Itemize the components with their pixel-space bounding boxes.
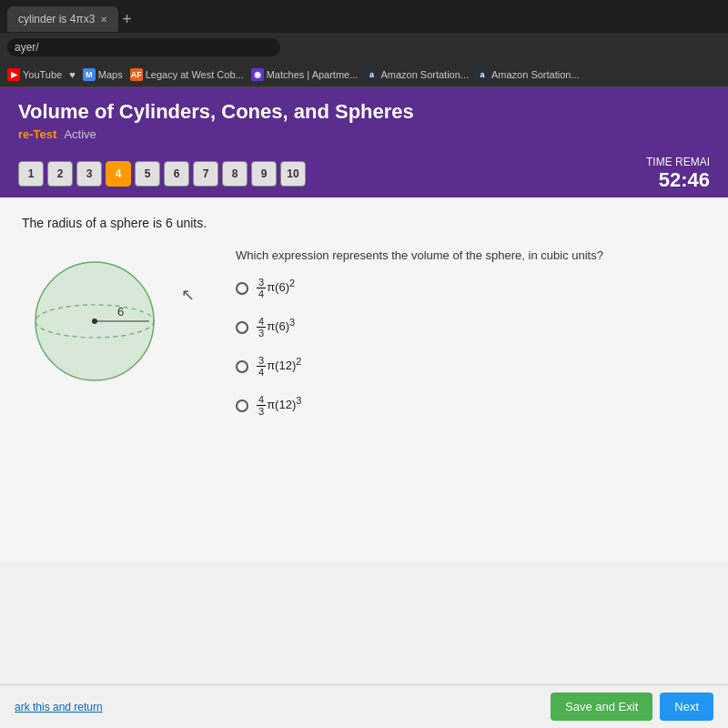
bottom-buttons: Save and Exit Next (551, 693, 713, 721)
frac-3-4-a: 34 (257, 277, 266, 299)
q-btn-2[interactable]: 2 (47, 161, 73, 187)
q-btn-8[interactable]: 8 (222, 161, 248, 187)
bookmark-amazon2[interactable]: a Amazon Sortation... (476, 68, 580, 81)
q-btn-4[interactable]: 4 (106, 161, 131, 187)
time-value: 52:46 (646, 168, 710, 192)
choice-a-text: 34π(6)2 (256, 277, 295, 299)
time-remaining-label: TIME REMAI (646, 156, 710, 168)
radio-a[interactable] (236, 282, 248, 295)
choice-b[interactable]: 43π(6)3 (236, 316, 706, 339)
q-btn-6[interactable]: 6 (164, 161, 189, 187)
bookmark-af[interactable]: AF Legacy at West Cob... (130, 68, 244, 81)
amazon1-favicon: a (365, 68, 378, 81)
question-nav: 1 2 3 4 5 6 7 8 9 10 TIME REMAI 52:46 (0, 150, 728, 197)
choice-c[interactable]: 34π(12)2 (236, 355, 706, 378)
choice-c-text: 34π(12)2 (256, 355, 301, 378)
radio-c[interactable] (236, 360, 248, 373)
choice-a[interactable]: 34π(6)2 (236, 277, 706, 299)
save-exit-button[interactable]: Save and Exit (551, 693, 652, 721)
bookmark-amazon1[interactable]: a Amazon Sortation... (365, 68, 469, 81)
bookmark-af-label: Legacy at West Cob... (146, 69, 244, 80)
question-body: 6 ↖ Which expression represents the volu… (22, 248, 706, 433)
q-btn-3[interactable]: 3 (76, 161, 102, 187)
amazon2-favicon: a (476, 68, 489, 81)
active-tab[interactable]: cylinder is 4πx3 ✕ (7, 6, 118, 32)
next-button[interactable]: Next (660, 693, 713, 721)
question-numbers: 1 2 3 4 5 6 7 8 9 10 (18, 161, 306, 187)
q-btn-1[interactable]: 1 (18, 161, 44, 187)
tab-bar: cylinder is 4πx3 ✕ + (0, 0, 728, 33)
new-tab-icon[interactable]: + (122, 10, 132, 29)
frac-4-3-b: 43 (257, 316, 266, 339)
bookmark-amazon1-label: Amazon Sortation... (380, 69, 469, 80)
question-area: The radius of a sphere is 6 units. 6 (0, 197, 728, 561)
matches-favicon: ◉ (251, 68, 264, 81)
bookmark-matches[interactable]: ◉ Matches | Apartme... (251, 68, 359, 81)
address-input[interactable] (7, 38, 280, 56)
answer-prompt: Which expression represents the volume o… (236, 248, 706, 262)
radio-b[interactable] (236, 321, 248, 334)
page-content: Volume of Cylinders, Cones, and Spheres … (0, 87, 728, 728)
browser-chrome: cylinder is 4πx3 ✕ + ▶ YouTube ♥ M Maps … (0, 0, 728, 87)
timer-area: TIME REMAI 52:46 (646, 156, 710, 192)
bookmark-amazon2-label: Amazon Sortation... (491, 69, 580, 80)
bookmark-matches-label: Matches | Apartme... (267, 69, 359, 80)
pre-test-label: re-Test (18, 127, 56, 141)
youtube-favicon: ▶ (7, 68, 20, 81)
bookmark-youtube-label: YouTube (23, 69, 62, 80)
frac-3-4-c: 34 (257, 355, 266, 378)
sphere-svg: 6 (22, 248, 167, 394)
q-btn-9[interactable]: 9 (251, 161, 277, 187)
address-bar (0, 33, 728, 62)
choice-d[interactable]: 43π(12)3 (236, 394, 706, 417)
bookmark-maps-label: Maps (98, 69, 123, 80)
bookmark-youtube[interactable]: ▶ YouTube (7, 68, 62, 81)
cursor-indicator: ↖ (181, 285, 195, 305)
af-favicon: AF (130, 68, 143, 81)
page-title: Volume of Cylinders, Cones, and Spheres (18, 100, 710, 124)
choice-b-text: 43π(6)3 (256, 316, 295, 339)
radio-d[interactable] (236, 399, 248, 412)
bookmarks-bar: ▶ YouTube ♥ M Maps AF Legacy at West Cob… (0, 62, 728, 87)
page-header-band: Volume of Cylinders, Cones, and Spheres … (0, 87, 728, 150)
active-label: Active (64, 127, 96, 141)
bookmark-maps[interactable]: M Maps (83, 68, 123, 81)
maps-favicon: M (83, 68, 96, 81)
tab-title: cylinder is 4πx3 (18, 13, 95, 25)
q-btn-10[interactable]: 10 (280, 161, 306, 187)
bottom-bar: ark this and return Save and Exit Next (0, 684, 728, 728)
question-statement: The radius of a sphere is 6 units. (22, 216, 706, 230)
sphere-diagram: 6 (22, 248, 167, 398)
q-btn-5[interactable]: 5 (135, 161, 160, 187)
answer-choices: Which expression represents the volume o… (236, 248, 706, 433)
subtitle-row: re-Test Active (18, 127, 710, 141)
mark-return-link[interactable]: ark this and return (15, 701, 103, 713)
tab-close-icon[interactable]: ✕ (100, 15, 107, 25)
svg-text:6: 6 (117, 305, 124, 318)
q-btn-7[interactable]: 7 (193, 161, 218, 187)
choice-d-text: 43π(12)3 (256, 394, 301, 417)
frac-4-3-d: 43 (257, 394, 266, 417)
